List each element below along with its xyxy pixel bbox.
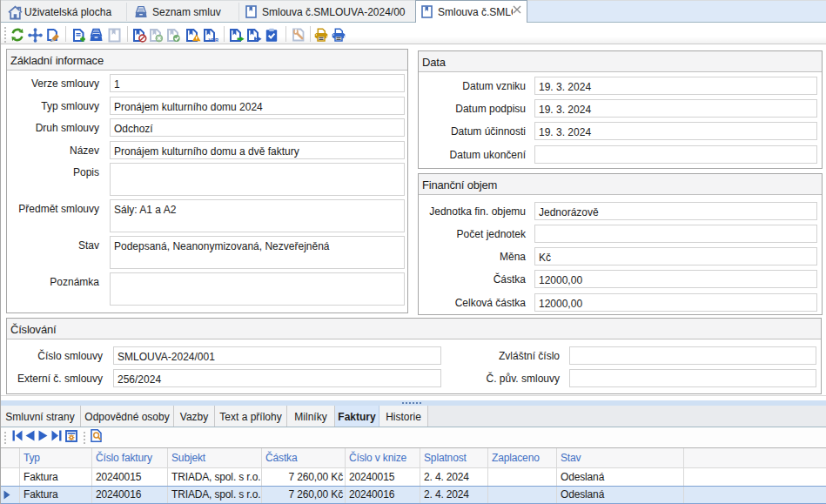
- svg-text:VER: VER: [208, 37, 218, 43]
